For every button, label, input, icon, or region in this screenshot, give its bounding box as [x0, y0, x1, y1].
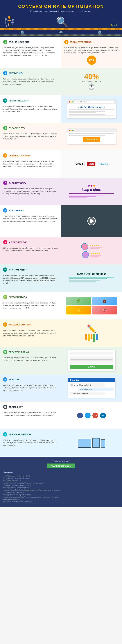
section-11-text: 11 CUSTOM IMAGES Good images increase re…: [0, 292, 61, 319]
section-15-title: SOCIAL LAST: [8, 406, 23, 408]
section-16-body: 42% of researchers use a mobile device d…: [3, 439, 58, 446]
conveyor-belt-top: [0, 28, 122, 30]
reference-item: http://insitewd.com/blog/42-fast/: [3, 480, 119, 482]
linkedin-icon[interactable]: in: [100, 412, 106, 418]
chat-message-2: I'd like to know more...: [78, 388, 114, 391]
play-button[interactable]: [88, 217, 96, 225]
section-7-number: 7: [3, 181, 7, 185]
page-title: CONVERSION RATE OPTIMISATION: [3, 4, 119, 9]
reference-item: http://blog.hubspot.com/marketing-statis…: [3, 477, 119, 480]
section-7-title: SUCCINCT COPY: [8, 182, 26, 184]
section-12-visual: ✏️: [61, 319, 122, 347]
cta-demo-button[interactable]: Clear Action: [83, 137, 100, 142]
section-5-title: ENGAGING CTA: [8, 127, 25, 130]
section-16-title: MOBILE RESPONSIVE: [8, 433, 31, 436]
section-16-number: 16: [3, 432, 7, 436]
section-row-16: 16 MOBILE RESPONSIVE 42% of researchers …: [0, 429, 122, 457]
section-15-visual: f 🐦 G+ in: [61, 402, 122, 429]
section-14-body: 44% of people say live chat with a real …: [3, 384, 58, 392]
section-9-text: 9 VISIBLE REVIEWS 90% of buying decision…: [0, 237, 61, 264]
section-14-visual: 💬 Live Chat Hi! How can I help you today…: [61, 374, 122, 402]
section-10-text: 10 WHY' NOT 'WHAT' The searcher already …: [0, 264, 61, 292]
star-rating-2: ★★★★★: [90, 252, 101, 255]
section-14-title: REAL CHAT: [8, 378, 21, 381]
section-3-body: 40% of people abandon a website that tak…: [3, 78, 58, 85]
twitter-icon[interactable]: 🐦: [85, 412, 90, 418]
section-4-body: H1s are one of the most potent UX elemen…: [3, 105, 58, 113]
pencil-icon: ✏️: [87, 324, 96, 333]
speed-label: abandon after 3 seconds: [82, 80, 101, 82]
section-15-body: Ensure social icons are located at the b…: [3, 412, 58, 416]
section-8-title: VIDEO EMBED: [8, 209, 24, 212]
footer-created-by: Created by b2bmetric: [3, 460, 119, 462]
browser-url: https://b2bmetric.com: [75, 101, 114, 103]
section-row-3: 3 SPEED IS KEY 40% of people abandon a w…: [0, 68, 122, 95]
section-16-text: 16 MOBILE RESPONSIVE 42% of researchers …: [0, 429, 61, 456]
section-12-number: 12: [3, 322, 7, 327]
main-content: 1 SECURE YOUR SITE SSL (https) encrypts …: [0, 37, 122, 457]
section-3-text: 3 SPEED IS KEY 40% of people abandon a w…: [0, 68, 61, 95]
reviewer-avatar-2: [82, 251, 89, 258]
short-text: keep it short: [82, 188, 102, 192]
section-16-visual: [61, 429, 122, 456]
section-9-number: 9: [3, 240, 7, 244]
section-1-title: SECURE YOUR SITE: [8, 41, 30, 43]
section-row-15: 15 SOCIAL LAST Ensure social icons are l…: [0, 402, 122, 429]
section-row-14: 14 REAL CHAT 44% of people say live chat…: [0, 374, 122, 402]
star-rating-1: ★★★★★: [90, 244, 102, 246]
section-2-title: TRACK EVERYTHING: [70, 41, 92, 43]
cta-browser-mock: Clear Action: [67, 128, 116, 144]
chat-message-3: Of course! Let me explain.: [69, 392, 105, 395]
section-1-body: SSL (https) encrypts the link between yo…: [3, 46, 58, 56]
form-mockup: Let's Go!: [68, 350, 116, 371]
references-section: References: http://blog.hubspot.com/mark…: [3, 472, 119, 503]
section-5-number: 5: [3, 126, 7, 130]
section-5-body: Over 90% of users who read the headline …: [3, 132, 58, 140]
section-1-text: 1 SECURE YOUR SITE SSL (https) encrypts …: [0, 37, 61, 68]
reference-item: https://www.smartinsights.com/article/23…: [3, 484, 119, 486]
section-11-visual: 🌿 💼 ⭐ 🎯: [61, 292, 122, 319]
speed-stat: 40%: [82, 73, 101, 80]
image-thumb-3: ⭐: [66, 306, 91, 314]
reference-item: https://www.facebook.com/business/a/webs…: [3, 489, 119, 491]
form-submit-button[interactable]: Let's Go!: [70, 365, 114, 369]
footer-url[interactable]: www.b2bmetric.com: [47, 464, 75, 468]
image-thumb-2: 💼: [92, 297, 117, 305]
section-13-title: BREVITY IN FORMS: [8, 351, 29, 353]
b2bmetric-logo: b2bmetric: [98, 162, 110, 166]
scene-title-text: <h1> Set The Scene </h1>: [78, 106, 105, 108]
section-8-number: 8: [3, 208, 7, 212]
arrow-up-icon: ↑: [112, 19, 114, 22]
references-list: http://blog.hubspot.com/marketing/loadin…: [3, 475, 119, 503]
section-2-text: 2 TRACK EVERYTHING 42% of marketing say …: [61, 37, 122, 68]
brand-logos: Forbes BBC b2bmetric: [73, 162, 110, 166]
section-3-title: SPEED IS KEY: [8, 72, 23, 74]
section-11-title: CUSTOM IMAGES: [8, 296, 27, 298]
section-6-text: 6 CREDIBILITY POWER Third party validati…: [0, 150, 61, 178]
form-field-3[interactable]: [70, 360, 114, 364]
reference-item: https://twitter.com/b2bmetric/status/644…: [3, 496, 119, 498]
section-3-visual: 40% abandon after 3 seconds ⏱️: [61, 68, 122, 95]
section-14-text: 14 REAL CHAT 44% of people say live chat…: [0, 374, 61, 402]
section-6-visual: Forbes BBC b2bmetric: [61, 150, 122, 178]
chat-message-1: Hi! How can I help you today?: [69, 383, 105, 387]
section-row-5: 5 ENGAGING CTA Over 90% of users who rea…: [0, 123, 122, 150]
googleplus-icon[interactable]: G+: [92, 412, 98, 418]
section-7-body: Don't overload sentences with informatio…: [3, 188, 58, 195]
page-header: CONVERSION RATE OPTIMISATION 16 ways B2B…: [0, 0, 122, 37]
section-4-text: 4 CLEAR </HEADER> H1s are one of the mos…: [0, 95, 61, 123]
image-grid: 🌿 💼 ⭐ 🎯: [66, 297, 117, 314]
section-5-visual: Clear Action: [61, 123, 122, 150]
section-11-number: 11: [3, 295, 7, 299]
form-field-1[interactable]: [70, 352, 114, 355]
section-9-title: VISIBLE REVIEWS: [8, 241, 27, 244]
section-14-number: 14: [3, 377, 7, 382]
section-10-visual: sell the 'why' not the 'what': [61, 264, 122, 292]
section-12-title: VALUABLE CONTENT: [8, 324, 31, 326]
facebook-icon[interactable]: f: [77, 412, 83, 418]
video-player: [68, 208, 116, 234]
form-field-2[interactable]: [70, 356, 114, 360]
section-15-text: 15 SOCIAL LAST Ensure social icons are l…: [0, 402, 61, 429]
chat-widget: 💬 Live Chat Hi! How can I help you today…: [68, 378, 116, 398]
section-row-6: 6 CREDIBILITY POWER Third party validati…: [0, 150, 122, 178]
